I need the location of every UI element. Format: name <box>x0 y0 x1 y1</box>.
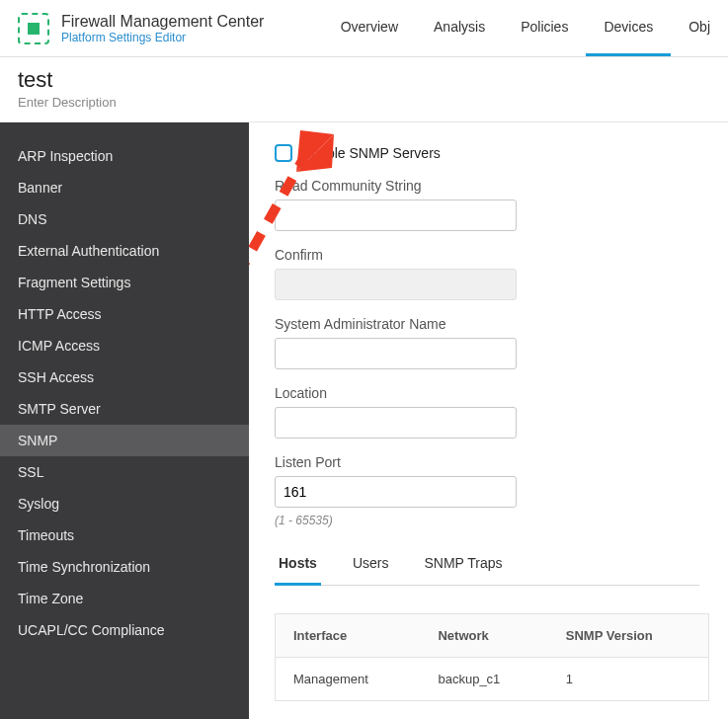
sidebar-item-syslog[interactable]: Syslog <box>0 488 249 519</box>
location-label: Location <box>275 385 702 401</box>
sidebar-item-ext-auth[interactable]: External Authentication <box>0 235 249 267</box>
table-header-row: Interface Network SNMP Version <box>276 614 709 658</box>
page-subheader: test Enter Description <box>0 57 728 122</box>
enable-snmp-row: Enable SNMP Servers <box>275 144 702 162</box>
table-row[interactable]: Management backup_c1 1 <box>276 658 709 701</box>
nav-overview[interactable]: Overview <box>323 0 416 56</box>
cell-network: backup_c1 <box>420 658 547 701</box>
app-header: Firewall Management Center Platform Sett… <box>0 0 728 57</box>
read-community-label: Read Community String <box>275 178 702 194</box>
sidebar-item-banner[interactable]: Banner <box>0 172 249 203</box>
hosts-table: Interface Network SNMP Version Managemen… <box>275 613 709 701</box>
sidebar-item-timezone[interactable]: Time Zone <box>0 583 249 614</box>
snmp-tabs: Hosts Users SNMP Traps <box>275 545 699 586</box>
brand-subtitle: Platform Settings Editor <box>61 31 264 44</box>
sidebar-item-dns[interactable]: DNS <box>0 203 249 235</box>
sidebar-item-arp[interactable]: ARP Inspection <box>0 140 249 172</box>
th-network: Network <box>420 614 547 658</box>
app-logo <box>18 13 49 44</box>
nav-analysis[interactable]: Analysis <box>416 0 503 56</box>
main-panel: Enable SNMP Servers Read Community Strin… <box>249 122 728 719</box>
read-community-input[interactable] <box>275 200 517 231</box>
nav-policies[interactable]: Policies <box>503 0 586 56</box>
sidebar-item-fragment[interactable]: Fragment Settings <box>0 267 249 298</box>
tab-traps[interactable]: SNMP Traps <box>420 545 506 586</box>
top-nav: Overview Analysis Policies Devices Obj <box>323 0 728 56</box>
th-interface: Interface <box>276 614 421 658</box>
page-title: test <box>18 67 710 93</box>
sidebar-item-ucapl[interactable]: UCAPL/CC Compliance <box>0 614 249 646</box>
brand-title: Firewall Management Center <box>61 13 264 31</box>
cell-interface: Management <box>276 658 421 701</box>
sidebar-item-smtp[interactable]: SMTP Server <box>0 393 249 425</box>
admin-name-input[interactable] <box>275 338 517 369</box>
sidebar-item-timeouts[interactable]: Timeouts <box>0 519 249 551</box>
sidebar-item-ssh[interactable]: SSH Access <box>0 361 249 393</box>
confirm-input <box>275 269 517 300</box>
content-body: ARP Inspection Banner DNS External Authe… <box>0 122 728 719</box>
listen-port-input[interactable] <box>275 476 517 508</box>
tab-users[interactable]: Users <box>349 545 393 586</box>
logo-glyph <box>28 23 40 35</box>
brand-block: Firewall Management Center Platform Sett… <box>61 13 264 44</box>
sidebar-item-timesync[interactable]: Time Synchronization <box>0 551 249 583</box>
enable-snmp-label: Enable SNMP Servers <box>302 145 441 161</box>
sidebar-item-ssl[interactable]: SSL <box>0 456 249 488</box>
listen-port-label: Listen Port <box>275 454 702 470</box>
th-snmp-version: SNMP Version <box>548 614 709 658</box>
page-description[interactable]: Enter Description <box>18 95 710 110</box>
nav-devices[interactable]: Devices <box>586 0 671 56</box>
listen-port-hint: (1 - 65535) <box>275 514 702 527</box>
admin-name-label: System Administrator Name <box>275 316 702 332</box>
sidebar-item-icmp[interactable]: ICMP Access <box>0 330 249 361</box>
confirm-label: Confirm <box>275 247 702 263</box>
nav-objects[interactable]: Obj <box>671 0 728 56</box>
location-input[interactable] <box>275 407 517 439</box>
sidebar: ARP Inspection Banner DNS External Authe… <box>0 122 249 719</box>
tab-hosts[interactable]: Hosts <box>275 545 321 586</box>
enable-snmp-checkbox[interactable] <box>275 144 292 162</box>
sidebar-item-http[interactable]: HTTP Access <box>0 298 249 330</box>
sidebar-item-snmp[interactable]: SNMP <box>0 425 249 456</box>
cell-version: 1 <box>548 658 709 701</box>
